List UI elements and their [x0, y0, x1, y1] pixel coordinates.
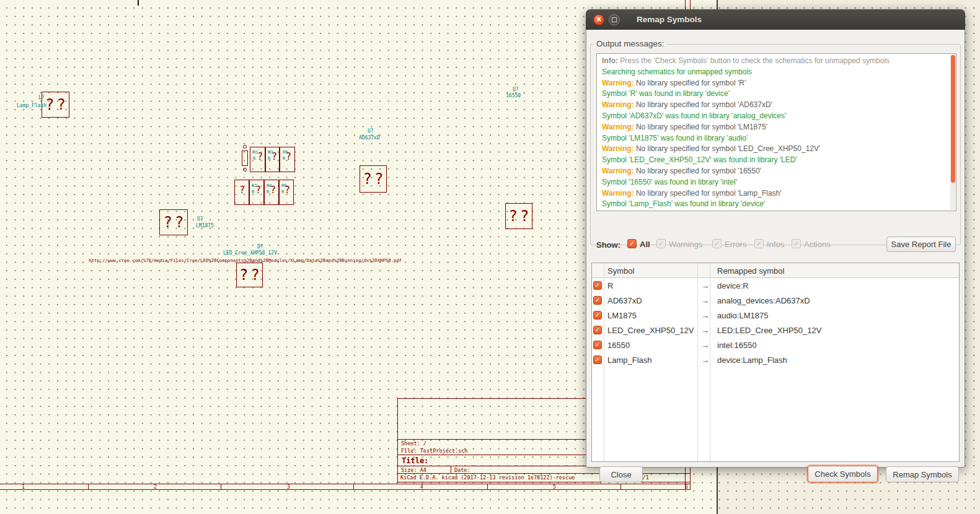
remap-table[interactable]: Symbol Remapped symbol ✓ R → device:R ✓ …: [591, 263, 960, 462]
arrow-icon: →: [701, 293, 709, 308]
frame-divider: [620, 484, 621, 490]
row-symbol: LED_Cree_XHP50_12V: [607, 323, 694, 338]
symbol-box-ad637[interactable]: ??: [360, 165, 387, 193]
message-line: Warning: No library specified for symbol…: [602, 100, 947, 111]
unresolved-symbol-glyph: ??: [361, 170, 386, 188]
check-symbols-button[interactable]: Check Symbols: [808, 466, 878, 482]
ref-label-16550: U?: [513, 87, 519, 92]
unresolved-glyph: ?: [285, 185, 290, 196]
window-restore-icon[interactable]: [609, 14, 620, 25]
row-checkbox[interactable]: ✓: [593, 281, 602, 290]
resistor-symbol[interactable]: [242, 150, 248, 166]
unresolved-glyph: ?: [286, 151, 291, 162]
page-boundary-line: [717, 0, 718, 9]
frame-line: [690, 468, 691, 490]
titleblock-file: File: TestProject.sch: [401, 448, 467, 454]
frame-line: [0, 489, 691, 490]
titleblock-comment: KiCad E.D.A. kicad (2017-12-13 revision …: [400, 474, 575, 481]
filter-checkbox-infos: ✓: [754, 239, 764, 248]
message-line: Symbol 'LED_Cree_XHP50_12V' was found in…: [602, 155, 947, 166]
ref-label-led: D?: [257, 244, 263, 250]
page-boundary-line: [717, 468, 718, 514]
filter-label-warnings: Warnings: [669, 240, 702, 249]
filter-checkbox-errors: ✓: [712, 239, 722, 248]
table-row[interactable]: ✓ LED_Cree_XHP50_12V → LED:LED_Cree_XHP5…: [592, 323, 958, 338]
symbol-box-led[interactable]: ??: [236, 263, 263, 287]
value-label-r5: R: [283, 156, 285, 161]
arrow-icon: →: [701, 308, 709, 323]
value-label-ad637: AD637xD: [359, 135, 380, 141]
ref-label-ad637: U?: [368, 128, 374, 134]
symbol-box-unknown[interactable]: ??: [505, 203, 532, 229]
remap-symbols-button[interactable]: Remap Symbols: [886, 466, 959, 482]
frame-divider: [487, 484, 488, 490]
row-checkbox[interactable]: ✓: [593, 326, 602, 334]
filter-label-errors: Errors: [725, 240, 746, 249]
dialog-body: Output messages: Info: Press the 'Check …: [586, 30, 965, 468]
table-row[interactable]: ✓ LM1875 → audio:LM1875: [592, 308, 958, 323]
unresolved-symbol-glyph: ??: [161, 214, 187, 231]
messages-scrollbar[interactable]: [950, 54, 955, 210]
titleblock-line: [397, 482, 691, 482]
message-line: Symbol 'R' was found in library 'device': [602, 89, 947, 100]
message-line: Warning: No library specified for symbol…: [602, 122, 947, 133]
row-checkbox[interactable]: ✓: [593, 296, 602, 305]
ruler-number: 4: [420, 484, 423, 490]
symbol-box-lm1875[interactable]: ??: [159, 209, 188, 235]
row-remapped: LED:LED_Cree_XHP50_12V: [717, 323, 821, 338]
row-symbol: AD637xD: [607, 293, 642, 308]
save-report-file-button[interactable]: Save Report File: [886, 237, 956, 252]
remap-table-header[interactable]: Symbol Remapped symbol: [592, 263, 959, 278]
filter-checkbox-all[interactable]: ✓: [627, 239, 637, 248]
row-checkbox[interactable]: ✓: [593, 311, 602, 320]
row-remapped: intel:16550: [717, 338, 757, 352]
frame-line: [690, 0, 691, 9]
frame-divider: [221, 484, 221, 490]
message-line: Warning: No library specified for symbol…: [602, 188, 947, 199]
value-label-lm1875: LM1875: [196, 223, 214, 229]
filter-checkbox-actions: ✓: [792, 239, 801, 248]
output-messages-label: Output messages:: [594, 39, 667, 48]
row-checkbox[interactable]: ✓: [593, 341, 602, 349]
dialog-titlebar[interactable]: ✕ Remap Symbols: [586, 9, 965, 30]
table-row[interactable]: ✓ R → device:R: [592, 278, 958, 293]
row-symbol: R: [607, 278, 613, 293]
message-line: Warning: No library specified for symbol…: [602, 144, 947, 155]
ruler-number: 1: [22, 484, 25, 490]
table-row[interactable]: ✓ AD637xD → analog_devices:AD637xD: [592, 293, 958, 308]
row-checkbox[interactable]: ✓: [593, 355, 602, 364]
row-remapped: analog_devices:AD637xD: [717, 293, 810, 308]
output-messages-panel[interactable]: Info: Press the 'Check Symbols' button t…: [596, 53, 956, 211]
arrow-icon: →: [701, 352, 709, 367]
row-symbol: LM1875: [607, 308, 637, 323]
titleblock-line: [397, 473, 691, 474]
unresolved-glyph: ?: [270, 185, 276, 196]
value-label-16550: 16550: [506, 93, 521, 98]
filter-checkbox-warnings: ✓: [656, 239, 666, 248]
table-row[interactable]: ✓ 16550 → intel:16550: [592, 338, 958, 352]
table-row[interactable]: ✓ Lamp_Flash → device:Lamp_Flash: [592, 352, 958, 367]
filter-label-all: All: [640, 240, 650, 249]
message-line: Searching schematics for unmapped symbol…: [602, 67, 947, 78]
remapped-column-header[interactable]: Remapped symbol: [717, 263, 784, 278]
value-label-lamp: Lamp_Flash: [17, 103, 46, 108]
window-close-icon[interactable]: ✕: [593, 14, 604, 25]
value-label-led: LED_Cree_XHP50_12V: [223, 250, 277, 256]
titleblock-line: [451, 466, 451, 473]
messages-scrollbar-thumb[interactable]: [951, 55, 955, 183]
close-button[interactable]: Close: [599, 466, 643, 482]
unresolved-symbol-glyph: ??: [506, 207, 532, 225]
symbol-column-header[interactable]: Symbol: [607, 263, 634, 278]
message-line: Warning: No library specified for symbol…: [602, 166, 947, 177]
arrow-icon: →: [701, 278, 709, 293]
ruler-number: 5: [553, 484, 556, 490]
value-label-r6: R: [281, 189, 284, 194]
unresolved-symbol-glyph: ??: [43, 96, 68, 113]
message-line: Warning: No library specified for symbol…: [602, 78, 947, 89]
filter-label-actions: Actions: [804, 240, 831, 249]
remap-symbols-dialog: ✕ Remap Symbols Output messages: Info: P…: [586, 9, 965, 468]
frame-line: [685, 468, 686, 490]
row-symbol: Lamp_Flash: [607, 352, 652, 367]
cursor-crosshair: [138, 0, 139, 6]
value-label-r2: R: [252, 189, 254, 194]
